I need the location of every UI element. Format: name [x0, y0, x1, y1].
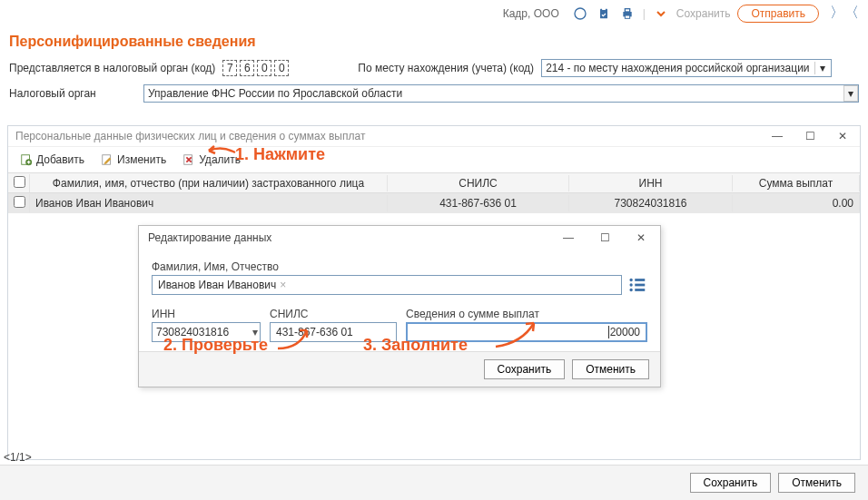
cell-inn: 730824031816	[569, 195, 733, 211]
svg-rect-15	[635, 289, 645, 291]
maximize-icon[interactable]: ☐	[800, 130, 820, 142]
modal-header: Редактирование данных — ☐ ✕	[139, 226, 660, 250]
code-digit[interactable]: 0	[274, 60, 289, 76]
svg-rect-11	[635, 279, 645, 281]
chevron-down-icon[interactable]: ▾	[814, 62, 829, 74]
location-select-value: 214 - по месту нахождения российской орг…	[546, 62, 809, 74]
select-all-checkbox[interactable]	[14, 176, 25, 188]
svg-point-12	[629, 283, 632, 286]
list-icon[interactable]	[627, 275, 647, 295]
inn-select[interactable]: 730824031816 ▾	[152, 322, 261, 342]
delete-label: Удалить	[199, 153, 241, 166]
page-footer: Сохранить Отменить	[0, 465, 868, 500]
clipboard-icon[interactable]	[596, 5, 612, 22]
persons-window-header: Персональные данные физических лиц и све…	[8, 126, 860, 147]
code-digit[interactable]: 6	[240, 60, 254, 76]
svg-point-0	[575, 8, 586, 19]
fio-label: Фамилия, Имя, Отчество	[152, 260, 647, 273]
location-select[interactable]: 214 - по месту нахождения российской орг…	[541, 59, 832, 77]
save-link[interactable]: Сохранить	[676, 7, 731, 20]
sum-input[interactable]: 20000	[406, 322, 647, 342]
cell-fio: Иванов Иван Иванович	[30, 195, 388, 211]
code-input[interactable]: 7 6 0 0	[222, 60, 289, 76]
label-tax-code: Представляется в налоговый орган (код)	[9, 62, 215, 74]
sum-value: 20000	[608, 326, 640, 338]
chat-icon[interactable]	[572, 5, 588, 22]
col-sum[interactable]: Сумма выплат	[733, 175, 860, 191]
svg-point-10	[629, 279, 632, 281]
fio-input[interactable]: Иванов Иван Иванович ×	[152, 275, 622, 295]
snils-value: 431-867-636 01	[276, 326, 353, 338]
col-snils[interactable]: СНИЛС	[388, 175, 569, 191]
snils-label: СНИЛС	[270, 308, 397, 320]
close-icon[interactable]: ✕	[631, 231, 651, 244]
edit-icon	[101, 153, 113, 166]
close-icon[interactable]: ✕	[833, 130, 853, 142]
code-digit[interactable]: 0	[257, 60, 271, 76]
page-title: Персонифицированные сведения	[0, 26, 868, 55]
table-row[interactable]: Иванов Иван Иванович 431-867-636 01 7308…	[8, 193, 860, 213]
delete-icon	[182, 153, 195, 166]
modal-title: Редактирование данных	[148, 231, 558, 244]
edit-modal: Редактирование данных — ☐ ✕ Фамилия, Имя…	[138, 225, 661, 387]
svg-rect-1	[600, 8, 607, 18]
modal-footer: Сохранить Отменить	[139, 351, 660, 387]
snils-input[interactable]: 431-867-636 01	[270, 322, 397, 342]
cell-snils: 431-867-636 01	[388, 195, 569, 211]
print-icon[interactable]	[619, 5, 636, 22]
pager: <1/1>	[4, 451, 32, 464]
label-location-code: По месту нахождения (учета) (код)	[358, 62, 534, 74]
tax-authority-input[interactable]: Управление ФНС России по Ярославской обл…	[143, 84, 859, 103]
add-icon	[20, 153, 33, 166]
svg-rect-2	[602, 7, 606, 10]
maximize-icon[interactable]: ☐	[595, 231, 615, 244]
chevron-down-icon[interactable]: ▾	[252, 326, 258, 338]
dropdown-icon[interactable]: ▾	[843, 85, 858, 102]
persons-grid: Фамилия, имя, отчество (при наличии) зас…	[8, 173, 860, 213]
svg-rect-13	[635, 284, 645, 287]
edit-button[interactable]: Изменить	[94, 151, 173, 169]
row-checkbox[interactable]	[14, 196, 25, 208]
minimize-icon[interactable]: —	[767, 130, 787, 142]
svg-rect-5	[625, 15, 629, 18]
delete-button[interactable]: Удалить	[176, 151, 247, 169]
clear-icon[interactable]: ×	[280, 279, 286, 291]
code-digit[interactable]: 7	[222, 60, 237, 76]
col-fio[interactable]: Фамилия, имя, отчество (при наличии) зас…	[30, 175, 388, 191]
close-icon[interactable]: 〉〈	[830, 4, 859, 23]
tax-authority-value: Управление ФНС России по Ярославской обл…	[148, 87, 402, 100]
inn-label: ИНН	[152, 308, 261, 320]
cell-sum: 0.00	[733, 195, 860, 211]
svg-point-14	[629, 289, 632, 291]
add-label: Добавить	[36, 153, 84, 166]
topbar: Кадр, ООО | Сохранить Отправить 〉〈	[0, 0, 868, 26]
svg-rect-4	[625, 8, 629, 11]
cancel-button[interactable]: Отменить	[778, 473, 855, 493]
add-button[interactable]: Добавить	[14, 151, 91, 169]
row-tax-authority: Налоговый орган Управление ФНС России по…	[0, 81, 868, 106]
modal-save-button[interactable]: Сохранить	[484, 359, 566, 379]
annotation-1: 1. Нажмите	[235, 145, 325, 164]
minimize-icon[interactable]: —	[558, 231, 578, 244]
inn-value: 730824031816	[156, 326, 229, 338]
modal-cancel-button[interactable]: Отменить	[572, 359, 649, 379]
send-button[interactable]: Отправить	[737, 5, 819, 23]
sum-label: Сведения о сумме выплат	[406, 308, 647, 320]
persons-window-title: Персональные данные физических лиц и све…	[15, 130, 767, 142]
grid-header: Фамилия, имя, отчество (при наличии) зас…	[8, 173, 860, 193]
save-button[interactable]: Сохранить	[690, 473, 772, 493]
chevron-down-icon[interactable]	[653, 5, 669, 22]
persons-toolbar: Добавить Изменить Удалить 1. Нажмите	[8, 147, 860, 173]
col-checkbox[interactable]	[8, 174, 30, 192]
label-tax-authority: Налоговый орган	[9, 87, 136, 100]
col-inn[interactable]: ИНН	[569, 175, 733, 191]
row-tax-code: Представляется в налоговый орган (код) 7…	[0, 55, 868, 81]
fio-value: Иванов Иван Иванович	[158, 279, 276, 291]
org-name: Кадр, ООО	[503, 7, 559, 20]
edit-label: Изменить	[117, 153, 166, 166]
separator: |	[643, 7, 646, 20]
